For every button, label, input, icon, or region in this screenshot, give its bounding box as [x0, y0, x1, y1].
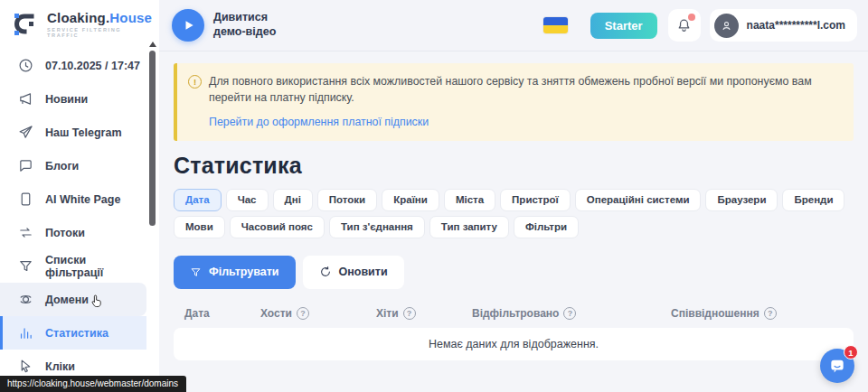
chat-bubble-icon: [18, 158, 33, 173]
tab-countries[interactable]: Країни: [382, 189, 439, 211]
refresh-icon: [319, 266, 332, 278]
plan-starter-button[interactable]: Starter: [590, 13, 657, 39]
sidebar-nav: 07.10.2025 / 17:47 Новини Наш Telegram Б…: [0, 49, 146, 383]
column-header-ratio: Співвідношення ?: [671, 307, 854, 320]
tab-operating-systems[interactable]: Операційні системи: [575, 189, 702, 211]
language-flag-ukraine[interactable]: [543, 17, 568, 33]
sidebar-item-datetime: 07.10.2025 / 17:47: [0, 49, 146, 82]
document-icon: [18, 191, 33, 207]
scrollbar-thumb[interactable]: [149, 51, 156, 226]
sidebar-item-label: Статистика: [45, 327, 108, 340]
link-status-bar: https://cloaking.house/webmaster/domains: [0, 376, 186, 392]
subscription-link[interactable]: Перейти до оформлення платної підписки: [209, 116, 429, 128]
tab-request-type[interactable]: Тип запиту: [429, 216, 509, 238]
logo-tagline: SERVICE FILTERING TRAFFIC: [47, 27, 152, 38]
logo-title-accent: House: [109, 10, 152, 25]
logo[interactable]: Cloaking.House SERVICE FILTERING TRAFFIC: [0, 0, 159, 38]
funnel-icon: [190, 266, 202, 278]
demo-video-label[interactable]: Дивитися демо-відео: [213, 11, 276, 39]
streams-icon: [18, 225, 33, 240]
demo-video-play-button[interactable]: [172, 9, 204, 42]
paper-plane-icon: [18, 125, 33, 140]
help-icon[interactable]: ?: [764, 307, 777, 320]
tab-devices[interactable]: Пристрої: [500, 189, 571, 211]
help-icon[interactable]: ?: [563, 307, 576, 320]
bar-chart-icon: [18, 325, 33, 341]
avatar: [714, 14, 739, 38]
notifications-button[interactable]: [668, 9, 701, 42]
topbar-right: Starter naata**********l.com: [543, 9, 857, 42]
sidebar-item-label: Потоки: [45, 227, 85, 239]
tab-connection-type[interactable]: Тип з'єднання: [329, 216, 425, 238]
logo-icon: [13, 11, 40, 38]
column-header-filtered: Відфільтровано ?: [472, 307, 671, 320]
sidebar-item-label: Кліки: [45, 360, 75, 373]
tab-languages[interactable]: Мови: [174, 216, 225, 238]
help-icon[interactable]: ?: [403, 307, 416, 320]
tab-filters[interactable]: Фільтри: [514, 216, 579, 238]
sidebar-item-domains[interactable]: Домени: [0, 283, 146, 316]
column-header-hosts: Хости ?: [260, 307, 376, 320]
user-icon: [720, 19, 733, 33]
funnel-icon: [18, 258, 33, 274]
notification-dot: [688, 14, 695, 21]
column-header-hits: Хіти ?: [376, 307, 472, 320]
column-header-date: Дата: [184, 307, 260, 320]
filter-button[interactable]: Фільтрувати: [174, 256, 296, 289]
main-content: ! Для повного використання всіх можливос…: [159, 52, 868, 392]
scrollbar-up-arrow-icon[interactable]: [149, 42, 156, 47]
globe-icon: [18, 292, 33, 307]
tab-browsers[interactable]: Браузери: [705, 189, 778, 211]
sidebar-item-news[interactable]: Новини: [0, 82, 146, 116]
sidebar-item-ai-white-page[interactable]: AI White Page: [0, 182, 146, 216]
clock-icon: [18, 58, 33, 73]
play-icon: [183, 19, 195, 32]
sidebar-item-streams[interactable]: Потоки: [0, 216, 146, 249]
app-window: Cloaking.House SERVICE FILTERING TRAFFIC…: [0, 0, 868, 392]
tab-brands[interactable]: Бренди: [782, 189, 844, 211]
sidebar-item-filter-lists[interactable]: Списки фільтрації: [0, 249, 146, 283]
tab-streams[interactable]: Потоки: [317, 189, 377, 211]
page-title: Статистика: [174, 153, 854, 179]
sidebar-item-statistics[interactable]: Статистика: [0, 316, 146, 350]
sidebar-item-label: Наш Telegram: [45, 126, 122, 139]
sidebar-item-label: AI White Page: [45, 193, 120, 206]
sidebar-item-blogs[interactable]: Блоги: [0, 149, 146, 182]
trial-warning-banner: ! Для повного використання всіх можливос…: [174, 63, 854, 141]
tab-time[interactable]: Час: [226, 189, 269, 211]
stats-tabs: Дата Час Дні Потоки Країни Міста Пристро…: [174, 189, 854, 243]
logo-title-dark: Cloaking.: [47, 10, 109, 25]
banner-text: Для повного використання всіх можливосте…: [209, 74, 839, 107]
megaphone-icon: [18, 91, 33, 107]
chat-icon: [828, 357, 846, 375]
refresh-button[interactable]: Оновити: [303, 256, 404, 289]
tab-cities[interactable]: Міста: [444, 189, 495, 211]
user-email: naata**********l.com: [747, 19, 845, 32]
user-account-button[interactable]: naata**********l.com: [710, 9, 857, 42]
chat-unread-badge: 1: [844, 345, 858, 359]
mouse-cursor-icon: [89, 294, 104, 309]
logo-title: Cloaking.House: [47, 11, 152, 24]
actions-row: Фільтрувати Оновити: [174, 256, 854, 289]
sidebar-item-label: 07.10.2025 / 17:47: [45, 60, 140, 72]
topbar: Дивитися демо-відео Starter naata*******…: [159, 0, 868, 51]
cursor-icon: [18, 359, 33, 374]
help-icon[interactable]: ?: [297, 307, 309, 320]
empty-table-message: Немає даних для відображення.: [174, 328, 854, 360]
warning-icon: !: [188, 75, 202, 89]
sidebar-item-label: Списки фільтрації: [45, 254, 146, 279]
tab-days[interactable]: Дні: [273, 189, 313, 211]
sidebar-item-label: Блоги: [45, 160, 79, 173]
support-chat-button[interactable]: 1: [820, 349, 854, 383]
tab-timezone[interactable]: Часовий пояс: [230, 216, 325, 238]
sidebar-scrollbar[interactable]: [147, 38, 158, 392]
sidebar-item-label: Домени: [45, 294, 89, 306]
table-header-row: Дата Хости ? Хіти ? Відфільтровано ? Спі…: [174, 307, 854, 320]
sidebar-item-label: Новини: [45, 93, 88, 106]
tab-date[interactable]: Дата: [174, 189, 222, 211]
sidebar: Cloaking.House SERVICE FILTERING TRAFFIC…: [0, 0, 159, 392]
sidebar-item-telegram[interactable]: Наш Telegram: [0, 116, 146, 149]
